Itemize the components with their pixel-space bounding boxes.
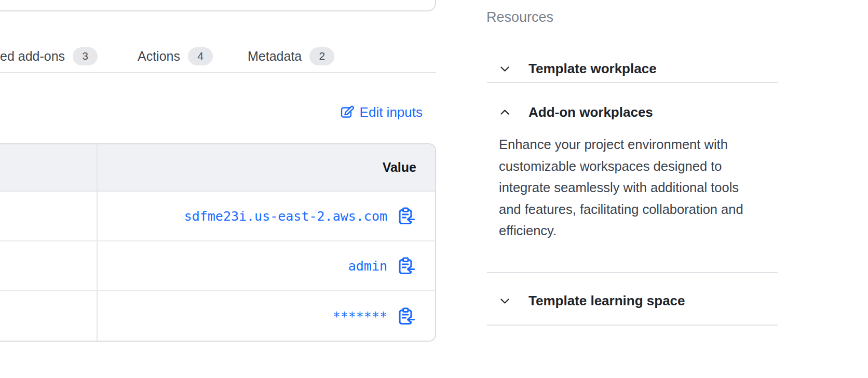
accordion-title: Template learning space — [528, 293, 685, 309]
edit-inputs-button[interactable]: Edit inputs — [0, 103, 423, 122]
value-text-masked: ******* — [333, 309, 387, 324]
value-cell: admin — [98, 241, 435, 290]
accordion-template-learning-space[interactable]: Template learning space — [498, 292, 685, 309]
value-text: admin — [348, 259, 387, 274]
key-cell — [0, 192, 98, 240]
table-row: admin — [0, 241, 435, 291]
table-header-row: Value — [0, 144, 435, 192]
tab-label: ed add-ons — [0, 49, 65, 64]
tab-metadata[interactable]: Metadata 2 — [248, 46, 334, 66]
resources-panel-title: Resources — [486, 9, 553, 25]
tab-installed-add-ons[interactable]: ed add-ons 3 — [0, 46, 98, 66]
value-column-header: Value — [98, 144, 435, 191]
tab-count-badge: 4 — [188, 47, 213, 65]
edit-pencil-icon — [340, 105, 354, 119]
previous-section-card — [0, 0, 436, 11]
copy-to-clipboard-icon[interactable] — [396, 307, 415, 326]
edit-inputs-label: Edit inputs — [360, 104, 423, 120]
value-cell: ******* — [98, 291, 435, 341]
tab-label: Actions — [138, 49, 180, 64]
divider — [487, 82, 778, 83]
tab-actions[interactable]: Actions 4 — [138, 46, 213, 66]
tab-count-badge: 2 — [309, 47, 334, 65]
tab-count-badge: 3 — [73, 47, 98, 65]
accordion-add-on-workplaces[interactable]: Add-on workplaces — [498, 103, 653, 121]
divider — [487, 272, 778, 273]
chevron-down-icon — [498, 294, 511, 307]
value-cell: sdfme23i.us-east-2.aws.com — [98, 192, 435, 240]
table-row: ******* — [0, 291, 435, 341]
inputs-table: Value sdfme23i.us-east-2.aws.com admin — [0, 143, 436, 342]
accordion-description: Enhance your project environment with cu… — [499, 134, 763, 242]
divider — [487, 325, 778, 326]
tab-label: Metadata — [248, 49, 302, 64]
accordion-title: Template workplace — [528, 61, 657, 77]
key-cell — [0, 241, 98, 290]
key-column-header — [0, 144, 98, 191]
accordion-title: Add-on workplaces — [528, 104, 653, 120]
copy-to-clipboard-icon[interactable] — [396, 256, 415, 276]
copy-to-clipboard-icon[interactable] — [396, 207, 415, 226]
table-row: sdfme23i.us-east-2.aws.com — [0, 192, 435, 241]
key-cell — [0, 291, 98, 341]
value-text: sdfme23i.us-east-2.aws.com — [184, 209, 387, 224]
chevron-up-icon — [498, 106, 511, 119]
accordion-template-workplace[interactable]: Template workplace — [498, 60, 657, 77]
tabs-divider — [0, 72, 436, 73]
chevron-down-icon — [498, 62, 511, 75]
